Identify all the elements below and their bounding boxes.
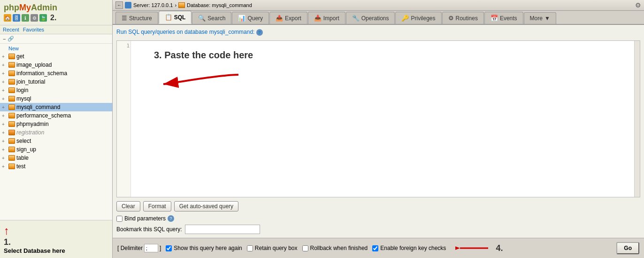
link-btn[interactable]: 🔗 xyxy=(8,36,14,42)
db-mysqli-command[interactable]: + mysqli_command xyxy=(0,103,112,111)
sidebar-nav: Recent Favorites xyxy=(0,25,112,34)
line-numbers: 1 xyxy=(117,41,131,197)
tab-search[interactable]: 🔍 Search xyxy=(192,12,231,24)
sidebar-header: phpMyAdmin 🏠 🗄 ℹ ⚙ 🍃 2. xyxy=(0,0,112,25)
import-tab-icon: 📥 xyxy=(314,15,322,22)
show-again-checkbox[interactable] xyxy=(166,245,172,251)
main-panel: ← Server: 127.0.0.1 › Database: mysqli_c… xyxy=(113,0,644,258)
tab-sql[interactable]: 📋 SQL xyxy=(159,11,192,24)
favorites-link[interactable]: Favorites xyxy=(23,27,44,32)
sidebar: phpMyAdmin 🏠 🗄 ℹ ⚙ 🍃 2. Recent Favorites… xyxy=(0,0,113,258)
rollback-checkbox[interactable] xyxy=(302,245,308,251)
expand-icon: + xyxy=(2,71,8,76)
expand-icon: + xyxy=(2,79,8,85)
db-table[interactable]: + table xyxy=(0,154,112,162)
format-button[interactable]: Format xyxy=(143,201,171,211)
sql-editor-container: 1 xyxy=(116,40,640,197)
db-folder-icon xyxy=(8,121,15,127)
db-registration[interactable]: + registration xyxy=(0,128,112,137)
recent-link[interactable]: Recent xyxy=(3,27,19,32)
tab-operations[interactable]: 🔧 Operations xyxy=(346,12,395,24)
db-information-schema[interactable]: + information_schema xyxy=(0,69,112,78)
tab-more[interactable]: More ▼ xyxy=(524,12,556,24)
expand-icon: + xyxy=(2,54,8,59)
bottom-bar: [ Delimiter ] Show this query here again… xyxy=(113,238,644,258)
sql-tab-icon: 📋 xyxy=(165,14,172,21)
bookmark-input[interactable] xyxy=(185,225,260,234)
tab-routines[interactable]: ⚙ Routines xyxy=(442,12,484,24)
db-new[interactable]: New xyxy=(0,45,112,52)
header-help-icon[interactable]: ? xyxy=(256,29,263,36)
db-folder-icon xyxy=(8,62,15,68)
db-folder-icon xyxy=(8,95,15,102)
expand-icon: + xyxy=(2,130,8,135)
routines-tab-icon: ⚙ xyxy=(448,15,454,22)
retain-group: Retain query box xyxy=(247,245,298,251)
info-icon[interactable]: ℹ xyxy=(22,14,29,22)
sql-content: Run SQL query/queries on database mysqli… xyxy=(113,25,644,238)
settings-icon[interactable]: ⚙ xyxy=(635,1,641,9)
db-folder-icon xyxy=(8,70,15,77)
tab-import[interactable]: 📥 Import xyxy=(308,12,345,24)
expand-icon: + xyxy=(2,156,8,161)
db-performance-schema[interactable]: + performance_schema xyxy=(0,111,112,120)
db-sign-up[interactable]: + sign_up xyxy=(0,145,112,154)
db-icon-small[interactable]: 🗄 xyxy=(13,14,20,22)
home-icon[interactable]: 🏠 xyxy=(4,14,11,22)
database-icon xyxy=(178,2,185,8)
db-folder-icon xyxy=(8,163,15,170)
collapse-btn[interactable]: − xyxy=(3,36,6,42)
db-test[interactable]: + test xyxy=(0,162,112,171)
bind-params-help-icon[interactable]: ? xyxy=(168,215,174,222)
delimiter-group: [ Delimiter ] xyxy=(117,244,161,252)
db-select[interactable]: + select xyxy=(0,137,112,145)
tab-query[interactable]: 📊 Query xyxy=(232,12,269,24)
foreign-key-group: Enable foreign key checks xyxy=(372,245,446,251)
tab-privileges[interactable]: 🔑 Privileges xyxy=(395,12,441,24)
retain-checkbox[interactable] xyxy=(247,245,253,251)
tab-events[interactable]: 📅 Events xyxy=(484,12,523,24)
button-row: Clear Format Get auto-saved query xyxy=(116,200,640,212)
expand-icon: + xyxy=(2,105,8,110)
sql-editor[interactable] xyxy=(131,41,640,197)
tab-structure[interactable]: ☰ Structure xyxy=(115,12,158,24)
bind-params-checkbox[interactable] xyxy=(116,216,123,222)
editor-scrollbar[interactable] xyxy=(634,41,640,197)
expand-icon: + xyxy=(2,147,8,152)
settings-icon-small[interactable]: ⚙ xyxy=(31,14,38,22)
autosave-button[interactable]: Get auto-saved query xyxy=(174,201,238,211)
db-image-upload[interactable]: + image_upload xyxy=(0,61,112,69)
tab-export[interactable]: 📤 Export xyxy=(269,12,307,24)
db-login[interactable]: + login xyxy=(0,86,112,94)
foreign-key-checkbox[interactable] xyxy=(372,245,378,251)
events-tab-icon: 📅 xyxy=(491,15,498,22)
db-folder-icon xyxy=(8,146,15,153)
logo-leaf-icon: 🍃 xyxy=(39,14,47,22)
operations-tab-icon: 🔧 xyxy=(352,15,360,22)
expand-icon: + xyxy=(2,139,8,144)
db-folder-icon xyxy=(8,129,15,136)
tabbar: ☰ Structure 📋 SQL 🔍 Search 📊 Query 📤 Exp… xyxy=(113,11,644,25)
db-folder-icon xyxy=(8,104,15,110)
search-tab-icon: 🔍 xyxy=(198,15,206,22)
db-get[interactable]: + get xyxy=(0,52,112,61)
bind-params-row: Bind parameters ? xyxy=(116,215,640,222)
db-mysql[interactable]: + mysql xyxy=(0,94,112,103)
database-list: New + get + image_upload + information_s… xyxy=(0,44,112,220)
query-tab-icon: 📊 xyxy=(238,15,245,22)
db-folder-icon xyxy=(8,138,15,144)
clear-button[interactable]: Clear xyxy=(116,201,140,211)
back-btn[interactable]: ← xyxy=(115,1,123,9)
db-join-tutorial[interactable]: + join_tutorial xyxy=(0,78,112,86)
db-folder-icon xyxy=(8,155,15,161)
db-folder-icon xyxy=(8,112,15,119)
bookmark-row: Bookmark this SQL query: xyxy=(116,225,640,234)
expand-icon: + xyxy=(2,164,8,169)
rollback-group: Rollback when finished xyxy=(302,245,368,251)
expand-icon: + xyxy=(2,88,8,93)
delimiter-input[interactable] xyxy=(144,244,158,252)
arrow-right-4-svg xyxy=(455,241,493,255)
expand-icon: + xyxy=(2,122,8,127)
go-button[interactable]: Go xyxy=(616,242,639,254)
db-phpmyadmin[interactable]: + phpmyadmin xyxy=(0,120,112,128)
